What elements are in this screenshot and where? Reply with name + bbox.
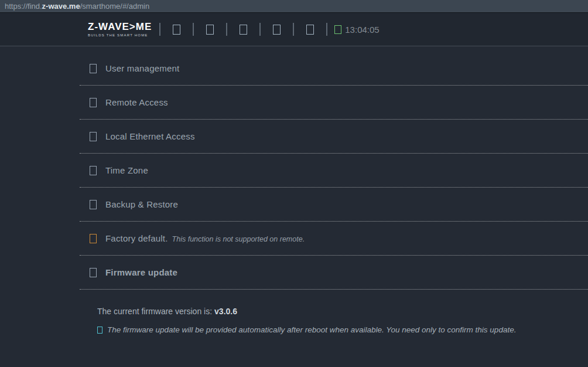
url-domain: z-wave.me [42, 2, 80, 11]
firmware-note: The firmware update will be provided aut… [97, 325, 588, 334]
firmware-section: The current firmware version is:v3.0.6 T… [97, 290, 588, 334]
app-header: Z-WAVE>ME BUILDS THE SMART HOME 13:04:05 [0, 13, 588, 46]
nav-divider [193, 23, 194, 36]
menu-item-remote-access[interactable]: Remote Access [80, 86, 588, 120]
firmware-note-text: The firmware update will be provided aut… [107, 325, 516, 334]
logo-title: Z-WAVE>ME [88, 22, 152, 32]
menu-item-icon [90, 98, 97, 107]
nav-divider [326, 23, 327, 36]
nav-divider [259, 23, 261, 36]
menu-item-note: This function is not supported on remote… [172, 234, 305, 243]
menu-item-time-zone[interactable]: Time Zone [80, 154, 588, 188]
admin-menu: User management Remote Access Local Ethe… [0, 46, 588, 290]
url-path: /smarthome/#/admin [80, 2, 150, 11]
menu-item-icon [90, 166, 97, 175]
info-icon [97, 327, 102, 334]
clock-time: 13:04:05 [345, 25, 379, 35]
menu-item-icon [90, 132, 97, 141]
firmware-version-value: v3.0.6 [214, 307, 237, 316]
browser-url-bar[interactable]: https://find.z-wave.me/smarthome/#/admin [0, 0, 588, 13]
clock: 13:04:05 [334, 25, 379, 35]
nav-icon-1[interactable] [173, 25, 180, 35]
menu-item-icon [90, 268, 97, 277]
firmware-version-line: The current firmware version is:v3.0.6 [97, 307, 588, 316]
nav-divider [226, 23, 227, 36]
menu-item-icon [90, 200, 97, 209]
menu-item-firmware-update[interactable]: Firmware update [80, 256, 588, 290]
firmware-version-label: The current firmware version is: [97, 307, 212, 316]
menu-item-icon [90, 234, 97, 243]
nav-icon-5[interactable] [306, 25, 314, 35]
menu-item-label: Firmware update [105, 267, 177, 277]
menu-item-label: Time Zone [105, 165, 148, 175]
clock-icon [334, 25, 341, 34]
menu-item-icon [90, 64, 97, 73]
menu-item-label: User management [105, 63, 179, 73]
url-prefix: https://find. [5, 2, 42, 11]
menu-item-backup-restore[interactable]: Backup & Restore [80, 188, 588, 222]
menu-item-label: Local Ethernet Access [105, 131, 195, 141]
menu-item-label: Backup & Restore [105, 199, 178, 209]
menu-item-label: Factory default. [105, 233, 168, 243]
menu-item-label: Remote Access [105, 97, 168, 107]
logo-tagline: BUILDS THE SMART HOME [88, 33, 152, 37]
zwave-logo[interactable]: Z-WAVE>ME BUILDS THE SMART HOME [88, 22, 152, 37]
nav-icon-4[interactable] [273, 25, 281, 35]
header-nav [159, 23, 327, 36]
menu-item-factory-default[interactable]: Factory default. This function is not su… [80, 222, 588, 256]
nav-divider [159, 23, 160, 36]
menu-item-local-ethernet-access[interactable]: Local Ethernet Access [80, 120, 588, 154]
menu-item-user-management[interactable]: User management [80, 52, 588, 86]
nav-icon-2[interactable] [206, 25, 214, 35]
nav-divider [293, 23, 294, 36]
nav-icon-3[interactable] [240, 25, 247, 35]
